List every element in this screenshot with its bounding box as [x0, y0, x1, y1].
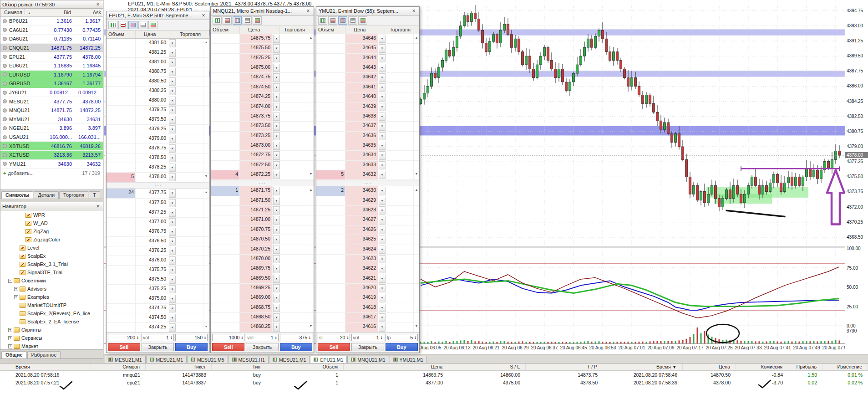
dom-trade-cell[interactable]	[280, 322, 308, 332]
dropdown-icon[interactable]: ▾	[169, 39, 176, 47]
dropdown-icon[interactable]: ▾	[273, 44, 280, 52]
dom-sell-row[interactable]: 14874.75▾	[211, 73, 314, 82]
dom-trade-cell[interactable]	[280, 161, 308, 170]
dom-buy-row[interactable]: 34621▾	[316, 274, 419, 284]
column-header-bid[interactable]: Bid	[44, 9, 73, 16]
dom-trade-cell[interactable]	[176, 323, 203, 332]
dom-sell-row[interactable]: 34643▾	[316, 63, 419, 73]
market-watch-row-mnqu21[interactable]: MNQU2114871.7514872.25	[0, 106, 103, 115]
dropdown-icon[interactable]: ▾	[379, 275, 386, 283]
dom-trade-cell[interactable]	[176, 125, 203, 134]
ladder-scroll-arrow[interactable]	[203, 294, 209, 303]
dropdown-icon[interactable]: ▾	[273, 246, 280, 254]
ladder-scroll-arrow[interactable]	[413, 63, 419, 72]
dropdown-icon[interactable]: ▾	[379, 197, 386, 205]
dropdown-icon[interactable]: ▾	[273, 197, 280, 205]
dropdown-icon[interactable]: ▾	[169, 228, 176, 236]
dom-sell-row[interactable]: 34633▾	[316, 161, 419, 170]
dom-trade-cell[interactable]	[280, 63, 308, 72]
dom-window-titlebar[interactable]: MNQU21, Micro E-mini Nasdaq-1... ×	[211, 7, 314, 15]
dropdown-icon[interactable]: ▾	[379, 206, 386, 215]
dom-trade-cell[interactable]	[176, 115, 203, 124]
dom-trade-cell[interactable]	[176, 134, 203, 143]
expand-toggle-icon[interactable]: +	[8, 328, 12, 332]
dom-trade-cell[interactable]	[280, 122, 308, 131]
dom-trade-cell[interactable]	[386, 322, 413, 332]
dom-sell-row[interactable]: 4379.75▾	[107, 106, 209, 115]
dom-trade-cell[interactable]	[176, 199, 203, 208]
dom-sell-row[interactable]: 34639▾	[316, 102, 419, 112]
toolbar-button[interactable]	[213, 16, 222, 25]
ladder-scroll-arrow[interactable]	[203, 246, 209, 256]
dropdown-icon[interactable]: ▾	[273, 216, 280, 224]
ladder-scroll-arrow[interactable]: ▲	[203, 189, 209, 198]
dom-sell-row[interactable]: 14875.75▾▲	[211, 34, 314, 44]
ladder-scroll-arrow[interactable]	[308, 83, 314, 92]
toolbar-button[interactable]	[118, 21, 127, 29]
ladder-scroll-arrow[interactable]	[308, 235, 314, 244]
dom-buy-row[interactable]: 4375.00▾	[107, 294, 209, 304]
ladder-scroll-arrow[interactable]	[203, 144, 209, 153]
ladder-scroll-arrow[interactable]	[413, 206, 419, 215]
market-watch-row-mymu21[interactable]: MYMU213463034631	[0, 115, 103, 124]
dom-trade-cell[interactable]	[386, 102, 413, 112]
dom-trade-cell[interactable]	[386, 206, 413, 215]
ladder-scroll-arrow[interactable]	[203, 199, 209, 208]
add-symbol-row[interactable]: + добавить... 17 / 319	[0, 169, 103, 178]
dropdown-icon[interactable]: ▾	[273, 323, 280, 331]
ladder-scroll-arrow[interactable]	[203, 58, 209, 67]
market-watch-tab-т[interactable]: Т	[89, 191, 100, 199]
ladder-scroll-arrow[interactable]	[413, 225, 419, 235]
dropdown-icon[interactable]: ▾	[379, 284, 386, 292]
close-position-button[interactable]: Закрыть	[351, 343, 384, 351]
toolbar-button[interactable]	[328, 16, 337, 25]
dropdown-icon[interactable]: ▾	[379, 151, 386, 159]
order-param-stepper[interactable]: 200▲▼	[108, 334, 140, 341]
order-param-stepper[interactable]: 375▲▼	[280, 334, 312, 341]
dom-trade-cell[interactable]	[280, 235, 308, 244]
ladder-scroll-arrow[interactable]	[203, 163, 209, 172]
dropdown-icon[interactable]: ▾	[379, 73, 386, 82]
sell-button[interactable]: Sell	[108, 343, 140, 351]
dom-trade-cell[interactable]	[280, 293, 308, 302]
stepper-arrows[interactable]: ▲▼	[241, 336, 243, 340]
ladder-scroll-arrow[interactable]	[308, 293, 314, 302]
market-watch-row-ca6u21[interactable]: CA6U210.774300.77435	[0, 26, 103, 35]
ladder-scroll-arrow[interactable]	[308, 206, 314, 215]
dom-trade-cell[interactable]	[280, 44, 308, 53]
dom-trade-cell[interactable]	[176, 275, 203, 284]
dropdown-icon[interactable]: ▾	[273, 64, 280, 72]
order-param-stepper[interactable]: sl20▲▼	[318, 334, 350, 341]
dropdown-icon[interactable]: ▾	[379, 226, 386, 234]
ladder-scroll-arrow[interactable]	[203, 275, 209, 284]
dom-window-titlebar[interactable]: YMU21, E-mini Dow ($5): Septem... ×	[316, 7, 419, 15]
dropdown-icon[interactable]: ▾	[169, 276, 176, 284]
ladder-scroll-arrow[interactable]	[413, 245, 419, 254]
dropdown-icon[interactable]: ▾	[379, 313, 386, 322]
dom-trade-cell[interactable]	[176, 227, 203, 236]
ladder-scroll-arrow[interactable]	[308, 122, 314, 131]
column-header-ask[interactable]: Ask	[73, 9, 103, 16]
ladder-scroll-arrow[interactable]	[413, 73, 419, 82]
dropdown-icon[interactable]: ▾	[379, 122, 386, 130]
dom-buy-row[interactable]: 114871.75▾▲	[211, 186, 314, 196]
dom-trade-cell[interactable]	[280, 83, 308, 92]
dom-trade-cell[interactable]	[386, 141, 413, 150]
dropdown-icon[interactable]: ▾	[273, 235, 280, 244]
dom-trade-cell[interactable]	[280, 102, 308, 112]
order-param-stepper[interactable]: 150▲▼	[175, 334, 208, 341]
dom-buy-row[interactable]: 34626▾	[316, 225, 419, 235]
chart-tab-epu21-m1[interactable]: EPU21,M1	[310, 356, 347, 363]
navigator-item-advisors[interactable]: +Advisors	[0, 285, 103, 293]
ladder-scroll-arrow[interactable]: ▲	[413, 186, 419, 195]
dom-trade-cell[interactable]	[386, 293, 413, 302]
ladder-scroll-arrow[interactable]	[203, 125, 209, 134]
dom-trade-cell[interactable]	[280, 34, 308, 43]
chart-tab-ymu21-m1[interactable]: YMU21,M1	[390, 356, 427, 363]
dom-buy-row[interactable]: 234630▾▲	[316, 186, 419, 196]
dropdown-icon[interactable]: ▾	[169, 116, 176, 124]
dom-trade-cell[interactable]	[386, 54, 413, 63]
navigator-item-zigzagcolor[interactable]: ZigzagColor	[0, 235, 103, 244]
dom-sell-row[interactable]: 4378.50▾	[107, 154, 209, 163]
ladder-scroll-arrow[interactable]	[203, 87, 209, 96]
